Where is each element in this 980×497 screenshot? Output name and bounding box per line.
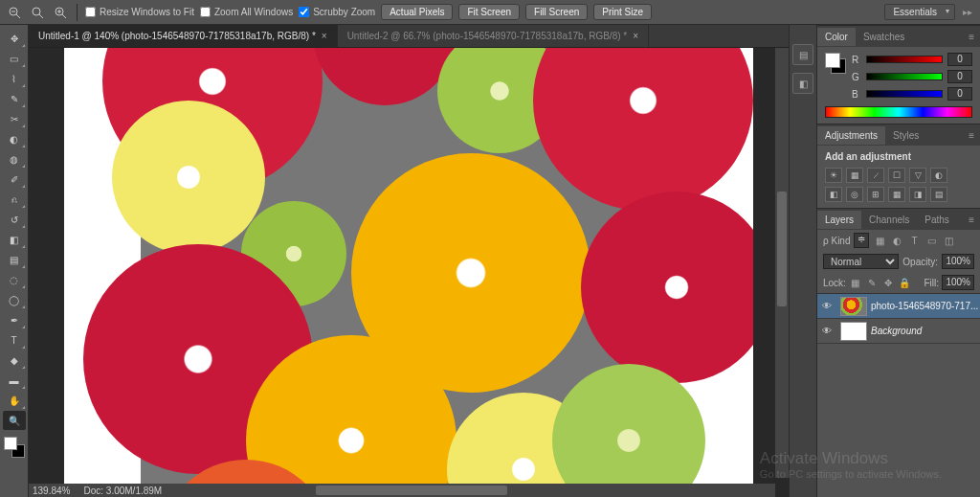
filter-adjust-icon[interactable]: ◐ [890,236,903,246]
hand-tool[interactable]: ✋ [3,391,26,410]
history-panel-icon[interactable]: ▤ [792,44,813,65]
properties-panel-icon[interactable]: ◧ [792,73,813,94]
color-swatch-preview[interactable] [825,53,846,74]
zoom-in-icon[interactable] [52,4,69,21]
zoom-out-icon[interactable] [6,4,23,21]
opacity-value[interactable]: 100% [942,254,974,269]
color-spectrum[interactable] [825,106,972,118]
lock-position-icon[interactable]: ✥ [881,276,895,289]
blur-tool[interactable]: ◌ [3,270,26,289]
print-size-button[interactable]: Print Size [593,4,652,20]
canvas-page [64,48,753,497]
move-tool[interactable]: ✥ [3,29,26,48]
r-value[interactable]: 0 [947,53,972,66]
lock-all-icon[interactable]: 🔒 [898,276,911,289]
adjustments-tab[interactable]: Adjustments [817,126,885,145]
svg-line-1 [16,14,20,18]
zoom-tool-icon[interactable] [29,4,46,21]
fill-screen-button[interactable]: Fill Screen [525,4,588,20]
blend-mode-dropdown[interactable]: Normal [823,254,899,269]
r-slider[interactable] [866,56,943,63]
color-tab[interactable]: Color [817,28,856,46]
r-label: R [852,55,861,65]
fill-value[interactable]: 100% [942,275,974,290]
lock-pixels-icon[interactable]: ✎ [865,276,879,289]
channel-mixer-adjustment-icon[interactable]: ⊞ [867,187,884,202]
bw-adjustment-icon[interactable]: ◧ [825,187,842,202]
horizontal-scrollbar[interactable]: 139.84% Doc: 3.00M/1.89M [29,484,775,497]
zoom-tool[interactable]: 🔍 [3,411,26,430]
clone-stamp-tool[interactable]: ⎌ [3,190,26,209]
brush-tool[interactable]: ✐ [3,169,26,189]
lock-transparent-icon[interactable]: ▦ [849,276,862,289]
vertical-scrollbar[interactable] [775,48,789,478]
zoom-level: 139.84% [33,486,70,496]
layer-visibility-icon[interactable]: 👁 [817,326,836,336]
zoom-all-checkbox[interactable]: Zoom All Windows [200,7,293,17]
filter-shape-icon[interactable]: ▭ [924,236,938,246]
layer-thumbnail[interactable] [840,297,867,316]
filter-smart-icon[interactable]: ◫ [942,236,955,246]
dodge-tool[interactable]: ◯ [3,290,26,309]
layers-tab[interactable]: Layers [817,211,861,229]
photo-filter-adjustment-icon[interactable]: ◎ [846,187,863,202]
eyedropper-tool[interactable]: ◐ [3,129,26,148]
layer-visibility-icon[interactable]: 👁 [817,301,836,311]
expand-panels-icon[interactable]: ▸▸ [961,5,974,19]
document-tab-1[interactable]: Untitled-1 @ 140% (photo-1546548970-7178… [29,25,338,47]
close-tab-2-icon[interactable]: × [633,31,638,41]
curves-adjustment-icon[interactable]: ⟋ [867,168,884,183]
adjustments-panel-menu-icon[interactable]: ≡ [963,128,980,143]
styles-tab[interactable]: Styles [885,126,926,145]
lasso-tool[interactable]: ⌇ [3,69,26,88]
resize-windows-checkbox[interactable]: Resize Windows to Fit [85,7,194,17]
canvas-area: Untitled-1 @ 140% (photo-1546548970-7178… [29,25,789,497]
shape-tool[interactable]: ▬ [3,371,26,390]
layers-panel-menu-icon[interactable]: ≡ [963,213,980,227]
posterize-adjustment-icon[interactable]: ▤ [930,187,947,202]
brightness-adjustment-icon[interactable]: ☀ [825,168,842,183]
layer-item-background[interactable]: 👁 Background [817,319,980,344]
document-tab-2[interactable]: Untitled-2 @ 66.7% (photo-1546548970-717… [338,25,649,47]
hue-adjustment-icon[interactable]: ◐ [930,168,947,183]
svg-line-4 [39,14,43,18]
actual-pixels-button[interactable]: Actual Pixels [381,4,453,20]
quick-select-tool[interactable]: ✎ [3,89,26,108]
g-slider[interactable] [866,73,943,80]
b-value[interactable]: 0 [947,87,972,101]
doc-info: Doc: 3.00M/1.89M [83,486,162,496]
g-label: G [852,72,861,82]
paths-tab[interactable]: Paths [917,211,957,229]
workspace-dropdown[interactable]: Essentials [884,4,955,20]
marquee-tool[interactable]: ▭ [3,49,26,68]
history-brush-tool[interactable]: ↺ [3,210,26,229]
filter-pixel-icon[interactable]: ▦ [873,236,886,246]
layer-item-photo[interactable]: 👁 photo-1546548970-717... [817,294,980,319]
vibrance-adjustment-icon[interactable]: ▽ [909,168,926,183]
canvas-viewport[interactable]: 139.84% Doc: 3.00M/1.89M [29,48,789,497]
eraser-tool[interactable]: ◧ [3,230,26,249]
crop-tool[interactable]: ✂ [3,109,26,128]
pen-tool[interactable]: ✒ [3,310,26,329]
gradient-tool[interactable]: ▤ [3,250,26,269]
b-slider[interactable] [866,90,943,98]
layer-name: photo-1546548970-717... [871,301,978,311]
path-select-tool[interactable]: ◆ [3,350,26,370]
scrubby-zoom-checkbox[interactable]: Scrubby Zoom [299,7,375,17]
swatches-tab[interactable]: Swatches [856,28,912,46]
close-tab-1-icon[interactable]: × [322,31,327,41]
invert-adjustment-icon[interactable]: ◨ [909,187,926,202]
filter-type-icon[interactable]: T [907,236,921,246]
color-lookup-adjustment-icon[interactable]: ▦ [888,187,905,202]
kind-filter-dropdown[interactable]: ≑ [854,233,869,248]
layer-thumbnail[interactable] [840,322,867,341]
fit-screen-button[interactable]: Fit Screen [458,4,520,20]
channels-tab[interactable]: Channels [861,211,917,229]
color-panel-menu-icon[interactable]: ≡ [963,30,980,44]
healing-tool[interactable]: ◍ [3,149,26,169]
type-tool[interactable]: T [3,330,26,350]
levels-adjustment-icon[interactable]: ▦ [846,168,863,183]
exposure-adjustment-icon[interactable]: ☐ [888,168,905,183]
g-value[interactable]: 0 [947,70,972,83]
color-swatch-toggle[interactable] [4,437,25,458]
